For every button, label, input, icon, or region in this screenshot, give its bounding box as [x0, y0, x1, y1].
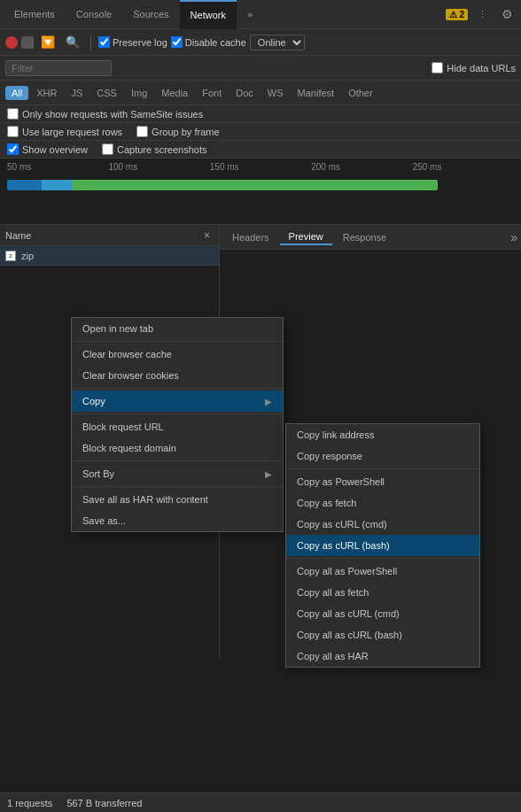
ctx-clear-cookies[interactable]: Clear browser cookies: [72, 365, 283, 386]
ctx-block-url[interactable]: Block request URL: [72, 416, 283, 437]
ctx-copy-all-powershell[interactable]: Copy all as PowerShell: [286, 561, 479, 582]
group-by-frame-option[interactable]: Group by frame: [136, 126, 219, 137]
timeline-area: 50 ms 100 ms 150 ms 200 ms 250 ms: [0, 159, 521, 225]
type-tab-other[interactable]: Other: [342, 86, 379, 100]
ctx-copy-arrow: ▶: [265, 397, 272, 406]
ctx-copy-powershell[interactable]: Copy as PowerShell: [286, 471, 479, 492]
column-headers: Name ×: [0, 225, 219, 246]
timeline-ruler: 50 ms 100 ms 150 ms 200 ms 250 ms: [0, 159, 521, 176]
ctx-copy-fetch[interactable]: Copy as fetch: [286, 492, 479, 514]
ctx-copy-link-address[interactable]: Copy link address: [286, 424, 479, 445]
type-tab-media[interactable]: Media: [155, 86, 194, 100]
options-bar: Only show requests with SameSite issues: [0, 105, 521, 123]
ctx-sort-arrow: ▶: [265, 469, 272, 479]
context-menu-primary: Open in new tab Clear browser cache Clea…: [71, 317, 284, 532]
type-tab-manifest[interactable]: Manifest: [292, 86, 341, 100]
ctx-sep-4: [72, 460, 283, 461]
right-tabs: Headers Preview Response »: [220, 225, 521, 250]
ctx-copy-all-fetch[interactable]: Copy all as fetch: [286, 582, 479, 603]
show-overview-option[interactable]: Show overview: [7, 143, 88, 155]
ruler-mark-100: 100 ms: [108, 162, 209, 172]
ctx-clear-cache[interactable]: Clear browser cache: [72, 344, 283, 365]
options-bar-3: Show overview Capture screenshots: [0, 141, 521, 159]
ctx-copy-all-curl-bash[interactable]: Copy all as cURL (bash): [286, 624, 479, 646]
filter-bar: Hide data URLs: [0, 56, 521, 81]
large-rows-option[interactable]: Use large request rows: [7, 126, 122, 137]
ctx-sub-sep-2: [286, 558, 479, 559]
type-tab-ws[interactable]: WS: [261, 86, 290, 100]
type-tab-img[interactable]: Img: [125, 86, 153, 100]
type-tab-all[interactable]: All: [5, 86, 28, 100]
request-row[interactable]: z zip: [0, 246, 219, 266]
ctx-sep-3: [72, 414, 283, 414]
ctx-block-domain[interactable]: Block request domain: [72, 437, 283, 459]
transferred-size: 567 B transferred: [66, 798, 142, 808]
online-select[interactable]: Online: [250, 35, 305, 50]
tab-console[interactable]: Console: [66, 0, 122, 29]
ctx-save-har[interactable]: Save all as HAR with content: [72, 489, 283, 510]
type-tab-font[interactable]: Font: [196, 86, 228, 100]
options-bar-2: Use large request rows Group by frame: [0, 123, 521, 141]
capture-screenshots-option[interactable]: Capture screenshots: [102, 143, 207, 155]
ctx-sort-by[interactable]: Sort By ▶: [72, 463, 283, 484]
ctx-copy-curl-cmd[interactable]: Copy as cURL (cmd): [286, 514, 479, 535]
timeline-bar: [7, 180, 438, 190]
filter-icon[interactable]: 🔽: [37, 32, 58, 53]
request-icon: z: [5, 251, 16, 261]
request-count: 1 requests: [7, 798, 52, 808]
type-tab-doc[interactable]: Doc: [229, 86, 260, 100]
ctx-copy-all-curl-cmd[interactable]: Copy all as cURL (cmd): [286, 603, 479, 624]
tab-sources[interactable]: Sources: [122, 0, 179, 29]
tab-headers[interactable]: Headers: [223, 230, 278, 244]
ruler-mark-50: 50 ms: [7, 162, 108, 172]
type-tab-css[interactable]: CSS: [90, 86, 123, 100]
ctx-sub-sep-1: [286, 468, 479, 469]
ruler-mark-200: 200 ms: [311, 162, 412, 172]
search-icon[interactable]: 🔍: [62, 32, 83, 53]
tab-network[interactable]: Network: [180, 0, 237, 29]
ctx-save-as[interactable]: Save as...: [72, 510, 283, 531]
type-tabs: All XHR JS CSS Img Media Font Doc WS Man…: [0, 81, 521, 105]
close-panel-icon[interactable]: ×: [200, 229, 214, 242]
tab-bar-icons: ⚠ 2 ⋮ ⚙: [446, 4, 517, 25]
tab-elements[interactable]: Elements: [4, 0, 66, 29]
preserve-log-checkbox[interactable]: Preserve log: [98, 36, 167, 48]
same-site-option[interactable]: Only show requests with SameSite issues: [7, 108, 203, 120]
hide-data-urls-checkbox[interactable]: Hide data URLs: [432, 62, 516, 73]
tab-bar: Elements Console Sources Network » ⚠ 2 ⋮…: [0, 0, 521, 29]
toolbar: 🔽 🔍 Preserve log Disable cache Online: [0, 29, 521, 56]
ctx-copy-all-har[interactable]: Copy all as HAR: [286, 646, 479, 667]
record-button[interactable]: [5, 36, 18, 49]
timeline-bar-container: [0, 176, 521, 194]
name-column-header: Name: [5, 230, 200, 241]
type-tab-js[interactable]: JS: [65, 86, 89, 100]
settings-icon[interactable]: ⚙: [496, 4, 517, 25]
context-menu-copy-submenu: Copy link address Copy response Copy as …: [285, 423, 480, 668]
tab-preview[interactable]: Preview: [280, 229, 332, 245]
ruler-mark-150: 150 ms: [210, 162, 311, 172]
ruler-mark-250: 250 ms: [413, 162, 514, 172]
ctx-copy[interactable]: Copy ▶: [72, 391, 283, 412]
warn-badge[interactable]: ⚠ 2: [446, 9, 468, 20]
ctx-sep-1: [72, 341, 283, 342]
type-tab-xhr[interactable]: XHR: [30, 86, 63, 100]
ctx-sep-2: [72, 388, 283, 389]
toolbar-separator: [90, 35, 91, 50]
right-tabs-more-icon[interactable]: »: [510, 230, 517, 244]
stop-button[interactable]: [21, 36, 34, 49]
ctx-open-new-tab[interactable]: Open in new tab: [72, 318, 283, 339]
filter-input[interactable]: [5, 60, 112, 76]
status-bar: 1 requests 567 B transferred: [0, 793, 521, 812]
request-name: zip: [21, 251, 34, 261]
tab-more[interactable]: »: [237, 0, 263, 29]
ctx-copy-curl-bash[interactable]: Copy as cURL (bash): [286, 535, 479, 556]
more-options-icon[interactable]: ⋮: [471, 4, 493, 25]
disable-cache-checkbox[interactable]: Disable cache: [171, 36, 246, 48]
ctx-copy-response[interactable]: Copy response: [286, 445, 479, 467]
ctx-sep-5: [72, 486, 283, 487]
tab-response[interactable]: Response: [334, 230, 396, 244]
